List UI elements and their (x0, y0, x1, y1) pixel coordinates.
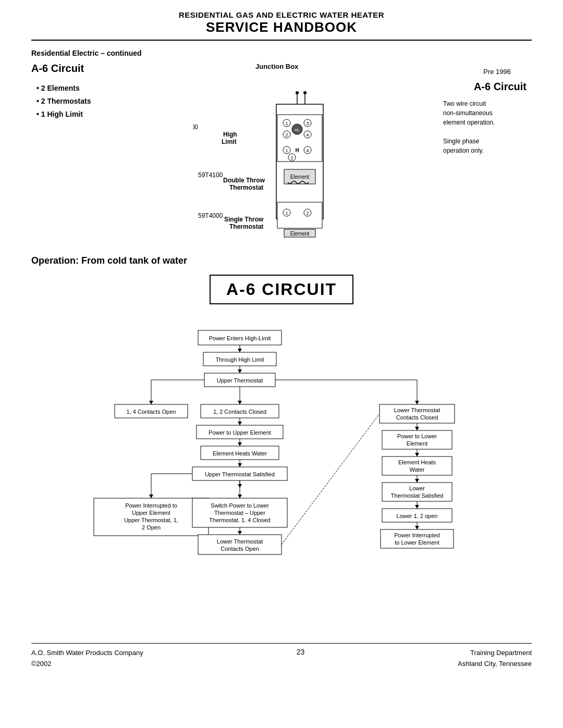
flowchart-wrapper: Power Enters High-Limit Through High Lim… (31, 325, 532, 627)
footer-right: Training Department Ashland City, Tennes… (458, 648, 532, 670)
a6-circuit-desc: Two wire circuit non-simultaneous elemen… (443, 99, 527, 155)
svg-marker-53 (149, 401, 153, 404)
svg-text:Lower: Lower (409, 485, 425, 491)
svg-line-123 (282, 414, 380, 545)
svg-text:59T4100: 59T4100 (198, 171, 223, 179)
svg-text:2: 2 (285, 132, 288, 138)
svg-text:Upper Thermostat: Upper Thermostat (217, 377, 263, 384)
svg-marker-58 (415, 401, 419, 404)
svg-text:High: High (223, 131, 237, 138)
svg-text:Thermostat Satisfied: Thermostat Satisfied (391, 492, 444, 499)
svg-text:Water: Water (410, 466, 425, 473)
operation-title: Operation: From cold tank of water (31, 255, 532, 266)
svg-text:2: 2 (306, 211, 309, 216)
svg-marker-63 (415, 427, 419, 430)
svg-text:Power to Lower: Power to Lower (397, 433, 437, 439)
svg-text:Element: Element (290, 231, 310, 237)
svg-text:Switch Power to Lower: Switch Power to Lower (211, 502, 269, 509)
svg-text:64T4000: 64T4000 (193, 124, 198, 131)
svg-text:1: 1 (285, 121, 288, 126)
junction-box-label: Junction Box (255, 63, 298, 70)
svg-marker-78 (415, 505, 419, 509)
top-title: RESIDENTIAL GAS AND ELECTRIC WATER HEATE… (31, 10, 532, 19)
footer-location: Ashland City, Tennessee (458, 659, 532, 670)
svg-text:Element Heats Water: Element Heats Water (213, 450, 267, 456)
svg-text:HL: HL (295, 128, 300, 132)
footer-company: A.O. Smith Water Products Company (31, 648, 143, 659)
footer-page-number: 23 (297, 648, 305, 656)
feature-list: 2 Elements 2 Thermostats 1 High Limit (31, 82, 177, 121)
svg-text:Upper Thermostat, 1,: Upper Thermostat, 1, (124, 517, 178, 523)
svg-text:3: 3 (306, 121, 309, 126)
svg-text:Single Throw: Single Throw (224, 216, 264, 223)
svg-text:Power Interrupted: Power Interrupted (394, 532, 439, 538)
svg-text:Thermostat – Upper: Thermostat – Upper (214, 510, 265, 516)
svg-text:Element: Element (290, 174, 310, 180)
svg-marker-44 (238, 349, 242, 352)
svg-marker-73 (415, 479, 419, 483)
svg-text:2 Open: 2 Open (142, 524, 161, 530)
svg-text:Element Heats: Element Heats (398, 459, 436, 465)
circuit-section-title: A-6 Circuit (31, 63, 177, 75)
svg-marker-95 (238, 442, 242, 446)
content-area: A-6 Circuit 2 Elements 2 Thermostats 1 H… (31, 63, 532, 240)
svg-marker-99 (238, 463, 242, 467)
svg-text:1, 4 Contacts Open: 1, 4 Contacts Open (127, 409, 176, 415)
svg-point-38 (296, 91, 299, 94)
svg-text:Contacts Open: Contacts Open (221, 546, 259, 552)
svg-text:Upper Thermostat Satisfied: Upper Thermostat Satisfied (205, 471, 275, 477)
svg-text:1: 1 (285, 148, 288, 153)
svg-marker-82 (415, 526, 419, 529)
svg-marker-119 (238, 531, 242, 535)
footer-year: ©2002 (31, 659, 143, 670)
svg-marker-68 (415, 453, 419, 456)
feature-item-thermostats: 2 Thermostats (36, 95, 177, 108)
svg-marker-87 (238, 401, 242, 404)
svg-text:Element: Element (407, 440, 427, 447)
footer-left: A.O. Smith Water Products Company ©2002 (31, 648, 143, 670)
footer-dept: Training Department (458, 648, 532, 659)
svg-text:Thermostat: Thermostat (229, 184, 263, 191)
flowchart-title: A-6 CIRCUIT (210, 275, 353, 304)
feature-item-elements: 2 Elements (36, 82, 177, 95)
circuit-svg: 64T4000 High Limit 59T4100 Double Throw … (193, 73, 443, 240)
svg-text:H: H (295, 147, 299, 153)
section-subtitle: Residential Electric – continued (31, 49, 532, 57)
svg-text:4: 4 (306, 132, 309, 138)
svg-marker-106 (149, 495, 153, 498)
svg-text:Contacts Closed: Contacts Closed (396, 414, 438, 421)
svg-text:2: 2 (290, 155, 293, 161)
feature-item-highlimit: 1 High Limit (36, 108, 177, 121)
svg-text:Through High Limit: Through High Limit (216, 356, 264, 363)
svg-marker-48 (238, 369, 242, 373)
pre1996-label: Pre 1996 (483, 68, 511, 76)
page-footer: A.O. Smith Water Products Company ©2002 … (31, 643, 532, 670)
right-column: Junction Box Pre 1996 A-6 Circuit Two wi… (193, 63, 532, 240)
page-header: RESIDENTIAL GAS AND ELECTRIC WATER HEATE… (31, 10, 532, 41)
svg-text:Double Throw: Double Throw (223, 177, 265, 184)
svg-text:Thermostat: Thermostat (229, 223, 263, 230)
svg-text:Power Interrupted to: Power Interrupted to (125, 502, 177, 509)
svg-text:Lower Thermostat: Lower Thermostat (394, 407, 440, 413)
svg-marker-113 (238, 495, 242, 498)
svg-text:1, 2 Contacts Closed: 1, 2 Contacts Closed (213, 409, 266, 415)
circuit-diagram: Junction Box Pre 1996 A-6 Circuit Two wi… (193, 63, 532, 240)
flowchart-svg: Power Enters High-Limit Through High Lim… (36, 325, 527, 627)
svg-text:Power Enters High-Limit: Power Enters High-Limit (209, 335, 271, 341)
left-column: A-6 Circuit 2 Elements 2 Thermostats 1 H… (31, 63, 177, 240)
main-title: SERVICE HANDBOOK (31, 19, 532, 35)
svg-text:Power to Upper Element: Power to Upper Element (209, 429, 271, 436)
svg-text:Lower 1, 2 open: Lower 1, 2 open (397, 513, 438, 519)
svg-text:Thermostat. 1. 4 Closed: Thermostat. 1. 4 Closed (209, 517, 270, 523)
svg-text:1: 1 (285, 211, 288, 216)
svg-marker-91 (238, 422, 242, 425)
svg-text:4: 4 (306, 148, 309, 153)
svg-text:to Lower Element: to Lower Element (395, 539, 439, 546)
a6-circuit-title: A-6 Circuit (474, 81, 527, 93)
svg-text:59T4000: 59T4000 (198, 212, 223, 219)
svg-text:Lower Thermostat: Lower Thermostat (217, 538, 263, 545)
svg-text:Limit: Limit (222, 138, 237, 145)
svg-text:Upper Element: Upper Element (132, 510, 170, 516)
